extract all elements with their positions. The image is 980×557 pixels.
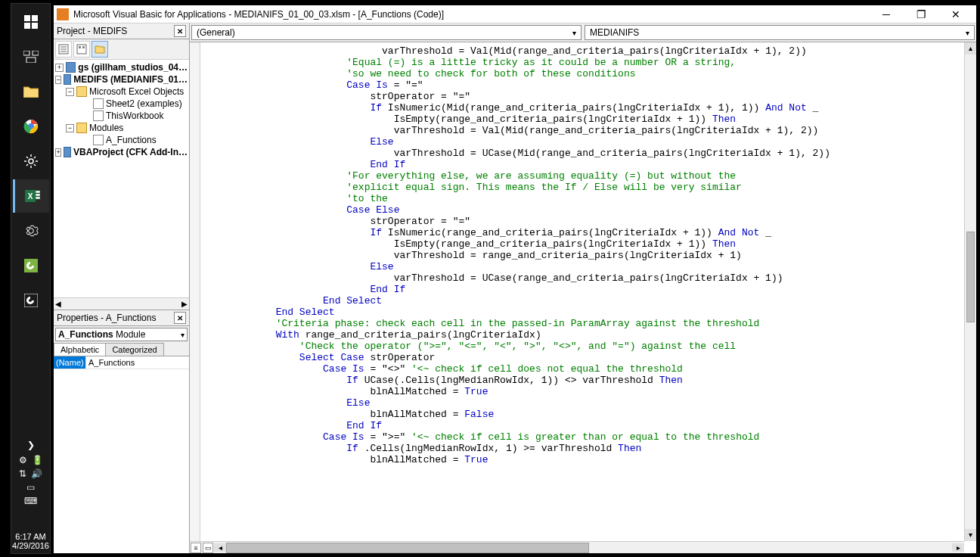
settings-icon[interactable]: [13, 145, 49, 178]
svg-rect-1: [32, 15, 38, 21]
scroll-up-arrow[interactable]: ▴: [965, 42, 976, 54]
properties-object-combo[interactable]: A_Functions Module ▾: [55, 328, 188, 341]
tree-label[interactable]: gs (gillham_studios_04…: [78, 62, 188, 73]
svg-rect-5: [33, 51, 39, 55]
folder-icon: [76, 123, 87, 133]
view-code-button[interactable]: [55, 41, 72, 58]
module-icon: [93, 135, 104, 145]
vba-ide-window: Microsoft Visual Basic for Applications …: [53, 5, 977, 554]
svg-rect-4: [23, 51, 29, 55]
code-vscroll[interactable]: ▴ ▾: [964, 42, 976, 541]
procedure-combo-label: MEDIANIFS: [590, 27, 639, 38]
code-margin: [190, 42, 200, 541]
chrome-icon[interactable]: [13, 110, 49, 143]
tree-label[interactable]: Modules: [89, 123, 123, 133]
svg-rect-16: [24, 294, 38, 307]
svg-text:X: X: [27, 192, 33, 201]
view-object-button[interactable]: [73, 41, 90, 58]
excel-icon[interactable]: X: [13, 179, 49, 213]
scroll-right-arrow[interactable]: ▸: [952, 543, 964, 552]
task-view-icon[interactable]: [13, 40, 49, 73]
minimize-button[interactable]: ─: [869, 5, 904, 23]
prop-name-key: (Name): [54, 356, 85, 369]
properties-panel-title: Properties - A_Functions: [57, 313, 156, 323]
project-toolbar: [54, 39, 189, 60]
maximize-button[interactable]: ❐: [904, 5, 938, 23]
project-panel-title: Project - MEDIFS: [57, 26, 127, 36]
svg-rect-22: [79, 46, 81, 48]
close-button[interactable]: ✕: [938, 5, 973, 23]
properties-grid[interactable]: (Name) A_Functions: [54, 356, 189, 553]
code-hscroll[interactable]: ≡ ▭ ◂ ▸: [190, 541, 964, 553]
project-icon: [64, 147, 71, 157]
app-icon[interactable]: [13, 284, 49, 317]
object-combo[interactable]: (General) ▾: [191, 25, 581, 40]
project-panel-close[interactable]: ✕: [174, 25, 186, 37]
code-editor[interactable]: varThreshold = Val(Mid(range_and_criteri…: [200, 42, 964, 541]
svg-point-9: [29, 159, 33, 163]
svg-rect-21: [77, 45, 86, 54]
full-module-view-toggle[interactable]: ▭: [203, 543, 213, 553]
taskbar-system-tray: ❯ ⚙ 🔋 ⇅ 🔊 ▭ ⌨: [11, 437, 50, 508]
network-icon[interactable]: ⇅: [19, 468, 26, 479]
svg-rect-14: [36, 197, 40, 199]
prop-name-value[interactable]: A_Functions: [85, 356, 189, 369]
svg-rect-6: [26, 58, 36, 63]
volume-icon[interactable]: 🔊: [31, 468, 42, 479]
tree-toggle[interactable]: +: [55, 64, 64, 72]
tree-label[interactable]: VBAProject (CFK Add-In…: [73, 147, 188, 157]
file-explorer-icon[interactable]: [13, 75, 49, 108]
project-tree[interactable]: +gs (gillham_studios_04… −MEDIFS (MEDIAN…: [54, 60, 189, 297]
tree-toggle[interactable]: −: [66, 124, 74, 132]
windows-taskbar: X ❯ ⚙ 🔋 ⇅ 🔊 ▭ ⌨ 6:17 AM 4/29/2016: [11, 3, 51, 554]
properties-panel-close[interactable]: ✕: [174, 312, 186, 324]
tab-alphabetic[interactable]: Alphabetic: [54, 343, 106, 356]
svg-rect-15: [24, 259, 38, 272]
sheet-icon: [93, 98, 104, 109]
action-center-icon[interactable]: ▭: [26, 482, 35, 493]
tray-settings-icon[interactable]: ⚙: [19, 455, 27, 465]
svg-rect-23: [82, 46, 85, 48]
procedure-view-toggle[interactable]: ≡: [191, 543, 201, 553]
project-icon: [66, 62, 76, 73]
tree-toggle[interactable]: −: [66, 88, 74, 96]
tree-label[interactable]: ThisWorkbook: [106, 110, 163, 121]
expand-tray-icon[interactable]: ❯: [11, 437, 50, 453]
app-icon: [57, 8, 69, 20]
chevron-down-icon: ▾: [181, 331, 185, 339]
tree-label[interactable]: A_Functions: [106, 135, 157, 145]
toggle-folders-button[interactable]: [91, 41, 108, 58]
hscroll-thumb[interactable]: [226, 543, 589, 553]
chevron-down-icon: ▾: [572, 29, 576, 37]
titlebar[interactable]: Microsoft Visual Basic for Applications …: [54, 5, 976, 23]
titlebar-text: Microsoft Visual Basic for Applications …: [73, 9, 869, 20]
svg-rect-0: [24, 15, 30, 21]
tab-categorized[interactable]: Categorized: [105, 343, 163, 356]
project-panel-header[interactable]: Project - MEDIFS ✕: [54, 23, 189, 39]
properties-panel-header[interactable]: Properties - A_Functions ✕: [54, 310, 189, 326]
tree-toggle[interactable]: +: [55, 148, 61, 157]
clock-time: 6:17 AM: [11, 532, 50, 541]
keyboard-icon[interactable]: ⌨: [24, 496, 37, 506]
scroll-down-arrow[interactable]: ▾: [965, 529, 976, 541]
object-combo-label: (General): [197, 27, 235, 38]
vscroll-thumb[interactable]: [966, 232, 975, 322]
tree-label[interactable]: Microsoft Excel Objects: [89, 86, 184, 97]
procedure-combo[interactable]: MEDIANIFS ▾: [585, 25, 975, 40]
gear-icon[interactable]: [13, 214, 49, 247]
taskbar-clock[interactable]: 6:17 AM 4/29/2016: [11, 532, 50, 550]
svg-rect-13: [36, 194, 40, 196]
svg-rect-3: [32, 23, 38, 29]
tree-hscroll[interactable]: ◀▶: [54, 297, 189, 310]
clock-date: 4/29/2016: [11, 541, 50, 550]
project-icon: [64, 74, 71, 85]
camtasia-icon[interactable]: [13, 249, 49, 282]
chevron-down-icon: ▾: [966, 29, 969, 37]
tree-label[interactable]: Sheet2 (examples): [106, 98, 182, 109]
battery-icon[interactable]: 🔋: [32, 455, 43, 465]
scroll-left-arrow[interactable]: ◂: [214, 543, 226, 552]
tree-toggle[interactable]: −: [55, 76, 61, 84]
folder-icon: [76, 86, 87, 97]
tree-label[interactable]: MEDIFS (MEDIANIFS_01…: [73, 74, 188, 85]
start-button[interactable]: [13, 5, 49, 39]
